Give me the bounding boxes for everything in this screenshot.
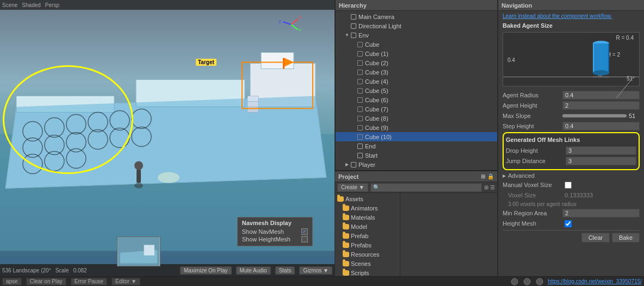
csdn-link[interactable]: https://blog.csdn.net/weixin_33950715/ xyxy=(548,278,642,284)
inspector-bottom-buttons: Clear Bake xyxy=(503,230,640,245)
manual-voxel-checkbox[interactable] xyxy=(565,182,572,189)
step-height-value[interactable]: 0.4 xyxy=(562,122,640,130)
tree-item-label: Prefabs xyxy=(351,242,371,248)
h-item-icon xyxy=(356,69,364,76)
project-tree-item[interactable]: Materials xyxy=(335,213,400,222)
h-item-label: Directional Light xyxy=(358,23,401,29)
svg-rect-29 xyxy=(283,58,284,69)
show-heightmesh-checkbox[interactable] xyxy=(301,236,308,243)
tree-item-label: Prefab xyxy=(351,233,368,239)
h-item-icon xyxy=(356,115,364,122)
jump-distance-value[interactable]: 3 xyxy=(566,157,636,165)
max-slope-value: 51 xyxy=(629,113,640,119)
baked-agent-size-title: Baked Agent Size xyxy=(503,22,640,29)
folder-icon xyxy=(337,196,344,202)
h-item-icon xyxy=(356,124,364,132)
hierarchy-item[interactable]: Main Camera xyxy=(336,12,498,21)
min-region-area-label: Min Region Area xyxy=(503,210,562,216)
h-expand-arrow xyxy=(351,60,356,66)
max-slope-row: Max Slope 51 xyxy=(503,111,640,120)
project-tree-item[interactable]: Scenes xyxy=(335,259,400,268)
h-item-label: Cube (10) xyxy=(365,134,392,140)
manual-voxel-label: Manual Voxel Size xyxy=(503,182,562,188)
project-tree-item[interactable]: Assets xyxy=(335,194,400,203)
h-expand-arrow xyxy=(351,51,356,57)
hierarchy-item[interactable]: Directional Light xyxy=(336,21,498,30)
hierarchy-item[interactable]: Cube xyxy=(336,40,498,49)
hierarchy-item[interactable]: Cube (6) xyxy=(336,95,498,104)
svg-rect-26 xyxy=(247,107,258,113)
hierarchy-item[interactable]: Cube (1) xyxy=(336,49,498,58)
viewport[interactable]: Scene Shaded Persp xyxy=(0,0,335,276)
workflow-link[interactable]: Learn instead about the component workfl… xyxy=(503,13,640,19)
editor-btn[interactable]: Editor ▼ xyxy=(112,278,140,285)
h-item-label: Cube (4) xyxy=(365,78,388,85)
drop-height-row: Drop Height 3 xyxy=(506,146,636,155)
project-search-input[interactable] xyxy=(370,183,482,192)
hierarchy-item[interactable]: Start xyxy=(336,151,498,160)
maximize-on-play-btn[interactable]: Maximize On Play xyxy=(180,266,232,275)
hierarchy-item[interactable]: ▼Env xyxy=(336,30,498,40)
hierarchy-item[interactable]: Cube (2) xyxy=(336,58,498,67)
h-item-label: End xyxy=(365,143,376,150)
hierarchy-item[interactable]: ▶Player xyxy=(336,160,498,169)
project-icons: ⊞ ☰ xyxy=(484,184,495,190)
hierarchy-item[interactable]: End xyxy=(336,141,498,151)
tree-item-label: Scripts xyxy=(351,270,369,276)
drop-height-value[interactable]: 3 xyxy=(566,146,636,155)
svg-rect-28 xyxy=(247,96,258,102)
tree-item-label: Animators xyxy=(351,205,378,212)
agent-radius-label: Agent Radius xyxy=(503,92,562,98)
h-expand-arrow xyxy=(351,144,356,149)
clear-button[interactable]: Clear xyxy=(581,233,610,243)
agent-height-value[interactable]: 2 xyxy=(562,101,640,110)
project-tree-item[interactable]: Model xyxy=(335,222,400,231)
clear-on-play-btn[interactable]: Clear on Play xyxy=(26,278,66,285)
show-navmesh-checkbox[interactable]: ✓ xyxy=(301,228,308,235)
h-item-icon xyxy=(356,78,364,85)
advanced-label: Advanced xyxy=(508,172,535,179)
off-mesh-title: Generated Off Mesh Links xyxy=(506,136,636,143)
bake-button[interactable]: Bake xyxy=(612,233,640,243)
svg-text:Y: Y xyxy=(299,28,302,33)
hierarchy-item[interactable]: Cube (9) xyxy=(336,123,498,132)
advanced-toggle[interactable]: ▶ Advanced xyxy=(503,172,640,179)
max-slope-slider[interactable] xyxy=(562,114,627,117)
agent-radius-value[interactable]: 0.4 xyxy=(562,91,640,100)
hierarchy-item[interactable]: Cube (4) xyxy=(336,77,498,86)
project-tree-item[interactable]: Prefab xyxy=(335,231,400,240)
min-region-area-value[interactable]: 2 xyxy=(562,209,640,217)
h-item-icon xyxy=(356,50,364,58)
stats-btn[interactable]: Stats xyxy=(275,266,295,275)
min-region-area-row: Min Region Area 2 xyxy=(503,209,640,217)
hierarchy-item[interactable]: Cube (8) xyxy=(336,114,498,123)
navmesh-show-row: Show NavMesh ✓ xyxy=(242,228,308,235)
drop-height-label: Drop Height xyxy=(506,147,566,154)
mute-audio-btn[interactable]: Mute Audio xyxy=(236,266,271,275)
hierarchy-item[interactable]: Cube (10) xyxy=(336,132,498,141)
hierarchy-item[interactable]: Cube (5) xyxy=(336,86,498,95)
project-create-btn[interactable]: Create ▼ xyxy=(337,183,368,192)
project-tree-item[interactable]: Prefabs xyxy=(335,240,400,250)
hierarchy-item[interactable]: Cube (7) xyxy=(336,104,498,114)
h-item-label: Cube (6) xyxy=(365,97,388,103)
svg-rect-23 xyxy=(137,170,141,183)
agent-size-visual: R = 0.4 H = 2 51° 0.4 xyxy=(503,32,640,86)
tree-item-label: Resources xyxy=(351,251,380,258)
project-tree-item[interactable]: Resources xyxy=(335,250,400,259)
h-expand-arrow xyxy=(351,134,356,140)
inspector-panel: Navigation Learn instead about the compo… xyxy=(498,0,644,276)
voxel-size-label: Voxel Size xyxy=(503,192,562,198)
manual-voxel-row: Manual Voxel Size xyxy=(503,181,640,189)
svg-line-33 xyxy=(291,24,298,30)
gizmos-btn[interactable]: Gizmos ▼ xyxy=(299,266,332,275)
left-value: 0.4 xyxy=(507,57,515,63)
pause-btn[interactable]: apse xyxy=(2,278,22,285)
h-expand-arrow xyxy=(351,153,356,158)
hierarchy-item[interactable]: Cube (3) xyxy=(336,67,498,77)
project-tree-item[interactable]: Animators xyxy=(335,203,400,213)
project-tree-item[interactable]: Scripts xyxy=(335,268,400,276)
height-mesh-checkbox[interactable] xyxy=(565,220,572,227)
h-expand-arrow xyxy=(351,116,356,121)
error-pause-btn[interactable]: Error Pause xyxy=(71,278,107,285)
